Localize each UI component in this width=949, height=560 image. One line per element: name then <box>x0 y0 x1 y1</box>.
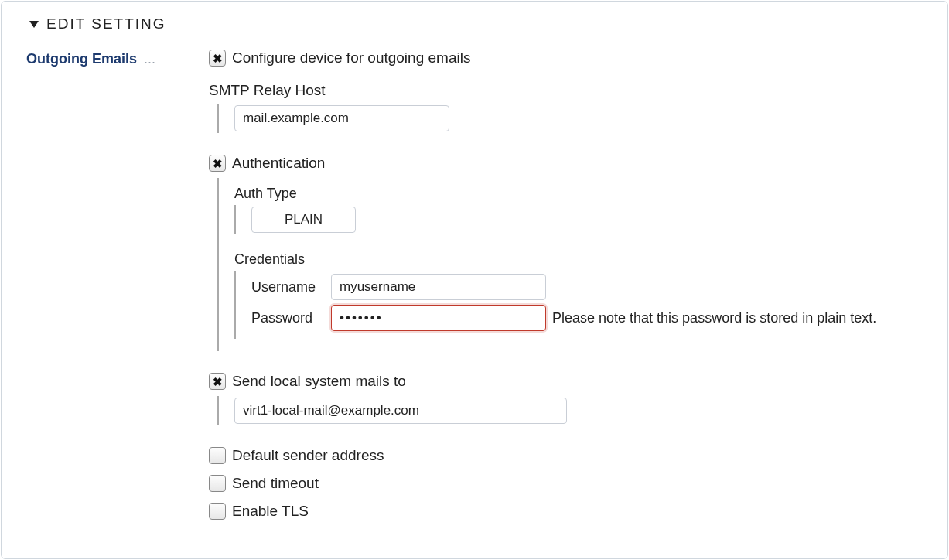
smtp-relay-block <box>217 104 930 133</box>
send-local-input[interactable] <box>234 398 567 424</box>
side-link-ellipsis: ... <box>144 51 155 67</box>
authentication-block: Auth Type Credentials Username Password … <box>217 178 930 351</box>
send-local-checkbox[interactable] <box>209 373 226 390</box>
default-sender-row: Default sender address <box>209 447 930 464</box>
send-timeout-row: Send timeout <box>209 475 930 492</box>
enable-tls-row: Enable TLS <box>209 503 930 520</box>
send-local-block <box>217 396 930 425</box>
enable-tls-label: Enable TLS <box>232 503 309 520</box>
default-sender-label: Default sender address <box>232 447 384 464</box>
side-nav: Outgoing Emails ... <box>23 50 209 67</box>
authentication-row: Authentication <box>209 155 930 172</box>
panel-header: EDIT SETTING <box>29 15 930 32</box>
edit-setting-panel: EDIT SETTING Outgoing Emails ... Configu… <box>1 1 948 559</box>
username-input[interactable] <box>331 274 546 300</box>
authentication-checkbox[interactable] <box>209 155 226 172</box>
panel-body: Outgoing Emails ... Configure device for… <box>23 50 930 526</box>
configure-device-label: Configure device for outgoing emails <box>232 50 470 67</box>
panel-title: EDIT SETTING <box>46 15 166 32</box>
enable-tls-checkbox[interactable] <box>209 503 226 520</box>
smtp-relay-input[interactable] <box>234 105 449 131</box>
auth-type-input[interactable] <box>251 207 356 233</box>
authentication-label: Authentication <box>232 155 325 172</box>
configure-device-checkbox[interactable] <box>209 50 226 67</box>
password-input[interactable] <box>331 305 546 331</box>
username-row: Username <box>251 274 930 300</box>
username-label: Username <box>251 279 325 295</box>
auth-type-label: Auth Type <box>234 186 930 202</box>
side-link-text: Outgoing Emails <box>26 51 137 67</box>
send-timeout-label: Send timeout <box>232 475 319 492</box>
settings-content: Configure device for outgoing emails SMT… <box>209 50 930 526</box>
password-row: Password Please note that this password … <box>251 305 930 331</box>
credentials-block: Username Password Please note that this … <box>234 271 930 339</box>
send-local-row: Send local system mails to <box>209 373 930 390</box>
smtp-relay-label: SMTP Relay Host <box>209 82 930 99</box>
credentials-label: Credentials <box>234 251 930 268</box>
password-label: Password <box>251 310 325 326</box>
outgoing-emails-link[interactable]: Outgoing Emails ... <box>26 51 155 67</box>
default-sender-checkbox[interactable] <box>209 447 226 464</box>
password-note: Please note that this password is stored… <box>552 310 876 326</box>
auth-type-block <box>234 205 930 234</box>
send-timeout-checkbox[interactable] <box>209 475 226 492</box>
configure-device-row: Configure device for outgoing emails <box>209 50 930 67</box>
collapse-toggle-icon[interactable] <box>29 21 39 28</box>
send-local-label: Send local system mails to <box>232 373 406 390</box>
